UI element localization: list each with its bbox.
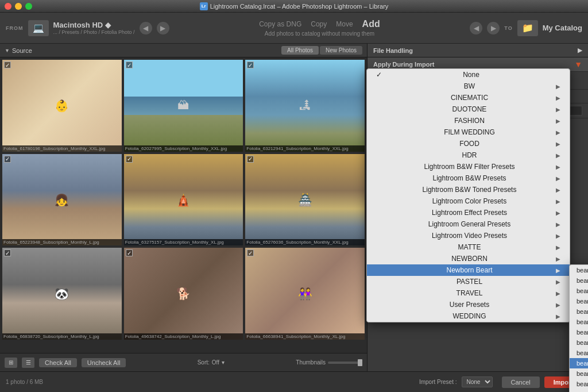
dropdown-item-lr-effect[interactable]: Lightroom Effect Presets ▶ xyxy=(367,207,570,218)
photo-checkbox-7[interactable] xyxy=(4,249,11,256)
to-next-arrow[interactable]: ▶ xyxy=(487,22,500,34)
dropdown-item-lr-general[interactable]: Lightroom General Presets ▶ xyxy=(367,218,570,230)
sub-clarity-plus[interactable]: beart-Newborn Clarity+ xyxy=(570,348,588,358)
dropdown-item-lr-bw-filter[interactable]: Lightroom B&W Filter Presets ▶ xyxy=(367,161,570,172)
file-handling-arrow[interactable]: ▶ xyxy=(578,47,582,54)
photo-cell-3[interactable]: 🏞 Fotolia_63212941_Subscription_Monthly_… xyxy=(245,60,365,152)
file-handling-header: File Handling ▶ xyxy=(368,44,588,57)
sub-basic-control[interactable]: beart-Newborn Basic Control xyxy=(570,275,588,286)
device-name[interactable]: Macintosh HD ◆ xyxy=(53,21,135,29)
photo-image-5: 🛕 xyxy=(124,154,243,246)
dropdown-item-duotone[interactable]: DUOTONE ▶ xyxy=(367,103,570,115)
photo-checkbox-3[interactable] xyxy=(247,62,254,68)
tab-new-photos[interactable]: New Photos xyxy=(320,46,362,55)
tab-all-photos[interactable]: All Photos xyxy=(281,46,319,55)
maximize-button[interactable] xyxy=(25,3,32,10)
dropdown-item-film-wedding[interactable]: FILM WEDDING ▶ xyxy=(367,126,570,138)
dropdown-item-hdr[interactable]: HDR ▶ xyxy=(367,149,570,161)
apply-during-dropdown[interactable]: ✓ None BW ▶ CINEMATIC ▶ DUOTONE ▶ FASHIO… xyxy=(366,68,570,322)
photo-cell-5[interactable]: 🛕 Fotolia_63275157_Subscription_Monthly_… xyxy=(124,154,243,246)
photo-cell-2[interactable]: 🏔 Fotolia_62027995_Subscription_Monthly_… xyxy=(124,60,243,152)
dropdown-item-none[interactable]: ✓ None xyxy=(367,69,570,80)
dropdown-item-lr-bw-toned[interactable]: Lightroom B&W Toned Presets ▶ xyxy=(367,184,570,195)
dropdown-item-food[interactable]: FOOD ▶ xyxy=(367,138,570,149)
dropdown-item-matte[interactable]: MATTE ▶ xyxy=(367,241,570,253)
to-prev-arrow[interactable]: ◀ xyxy=(470,22,482,34)
next-arrow-button[interactable]: ▶ xyxy=(157,22,169,34)
sub-film[interactable]: beart-Newborn Film xyxy=(570,389,588,392)
sub-color-shot[interactable]: beart-Newborn Color Shot xyxy=(570,368,588,379)
newborn-label: NEWBORN xyxy=(451,255,488,263)
sort-value[interactable]: Off xyxy=(212,359,219,366)
photo-checkbox-5[interactable] xyxy=(126,156,133,163)
newborn-beart-submenu[interactable]: beart-Newborn Artistic beart-Newborn Bas… xyxy=(569,264,588,392)
dropdown-item-newborn-beart[interactable]: Newborn Beart ▶ xyxy=(367,264,570,276)
sub-bright-plusplus[interactable]: beart-Newborn Bright++ xyxy=(570,327,588,337)
photo-checkbox-8[interactable] xyxy=(126,249,133,256)
lr-icon: Lr xyxy=(200,2,208,10)
sub-blue-plus[interactable]: beart-Newborn Blue+ xyxy=(570,296,588,306)
dropdown-item-bw[interactable]: BW ▶ xyxy=(367,80,570,92)
cancel-button[interactable]: Cancel xyxy=(502,376,540,388)
apply-during-title: Apply During Import xyxy=(373,61,434,68)
sub-drama[interactable]: beart-Newborn Drama xyxy=(570,379,588,389)
dropdown-item-lr-video[interactable]: Lightroom Video Presets ▶ xyxy=(367,230,570,241)
duotone-label: DUOTONE xyxy=(452,105,487,113)
photo-cell-6[interactable]: 🏯 Fotolia_65276036_Subscription_Monthly_… xyxy=(245,154,365,246)
list-view-button[interactable]: ☰ xyxy=(22,358,34,368)
top-actions: Copy as DNG Copy Move Add xyxy=(259,19,380,29)
source-triangle[interactable]: ▼ xyxy=(5,48,10,53)
sub-blue-minus[interactable]: beart-Newborn Blue- xyxy=(570,306,588,317)
photo-image-3: 🏞 xyxy=(245,60,365,152)
photo-checkbox-6[interactable] xyxy=(247,156,254,163)
photo-checkbox-9[interactable] xyxy=(247,249,254,256)
wedding-label: WEDDING xyxy=(453,312,486,320)
import-preset-select[interactable]: None xyxy=(462,376,493,387)
catalog-icon: 📁 xyxy=(517,20,538,36)
photo-image-2: 🏔 xyxy=(124,60,243,152)
move-action[interactable]: Move xyxy=(336,20,353,28)
photo-cell-7[interactable]: 🐼 Fotolia_66838720_Subscription_Monthly_… xyxy=(2,248,122,340)
dropdown-item-travel[interactable]: TRAVEL ▶ xyxy=(367,287,570,299)
catalog-name[interactable]: My Catalog xyxy=(543,24,582,32)
photo-checkbox-2[interactable] xyxy=(126,62,133,68)
prev-arrow-button[interactable]: ◀ xyxy=(140,22,152,34)
dropdown-item-lr-color[interactable]: Lightroom Color Presets ▶ xyxy=(367,195,570,207)
photo-cell-4[interactable]: 👧 Fotolia_65223948_Subscription_Monthly_… xyxy=(2,154,122,246)
grid-view-button[interactable]: ⊞ xyxy=(5,358,17,368)
source-tabs: All Photos New Photos xyxy=(281,46,362,55)
photo-checkbox-1[interactable] xyxy=(4,62,11,68)
travel-label: TRAVEL xyxy=(457,289,483,297)
slider-handle[interactable] xyxy=(358,359,362,366)
dropdown-item-lr-bw[interactable]: Lightroom B&W Presets ▶ xyxy=(367,172,570,184)
dropdown-item-cinematic[interactable]: CINEMATIC ▶ xyxy=(367,92,570,103)
sort-arrow[interactable]: ▾ xyxy=(222,359,225,366)
close-button[interactable] xyxy=(5,3,11,10)
photo-cell-9[interactable]: 👭 Fotolia_66638941_Subscription_Monthly_… xyxy=(245,248,365,340)
photo-label-9: Fotolia_66638941_Subscription_Monthly_XL… xyxy=(245,333,365,340)
photo-checkbox-4[interactable] xyxy=(4,156,11,163)
photo-image-1: 👶 xyxy=(2,60,122,152)
photo-cell-1[interactable]: 👶 Fotolia_61780196_Subscription_Monthly_… xyxy=(2,60,122,152)
dropdown-item-wedding[interactable]: WEDDING ▶ xyxy=(367,310,570,322)
dropdown-item-newborn[interactable]: NEWBORN ▶ xyxy=(367,253,570,264)
photo-label-3: Fotolia_63212941_Subscription_Monthly_XX… xyxy=(245,145,365,152)
thumbnail-slider[interactable] xyxy=(328,362,362,364)
apply-during-arrow[interactable]: ▼ xyxy=(574,60,582,69)
sub-clear[interactable]: beart-Newborn Clear xyxy=(570,358,588,368)
add-action[interactable]: Add xyxy=(362,19,380,29)
photo-label-8: Fotolia_49638742_Subscription_Monthly_L.… xyxy=(124,333,243,340)
sub-artistic[interactable]: beart-Newborn Artistic xyxy=(570,265,588,275)
copy-action[interactable]: Copy xyxy=(311,20,327,28)
minimize-button[interactable] xyxy=(15,3,22,10)
uncheck-all-button[interactable]: Uncheck All xyxy=(82,358,126,367)
photo-cell-8[interactable]: 🐕 Fotolia_49638742_Subscription_Monthly_… xyxy=(124,248,243,340)
sub-black[interactable]: beart-Newborn Black- xyxy=(570,286,588,296)
dropdown-item-pastel[interactable]: PASTEL ▶ xyxy=(367,276,570,287)
sub-cinema[interactable]: beart-Newborn Cinema xyxy=(570,337,588,348)
copy-as-dng-action[interactable]: Copy as DNG xyxy=(259,20,301,28)
check-all-button[interactable]: Check All xyxy=(39,358,77,367)
sub-bright-plus[interactable]: beart-Newborn Bright + xyxy=(570,317,588,327)
dropdown-item-fashion[interactable]: FASHION ▶ xyxy=(367,115,570,126)
dropdown-item-user-presets[interactable]: User Presets ▶ xyxy=(367,299,570,310)
